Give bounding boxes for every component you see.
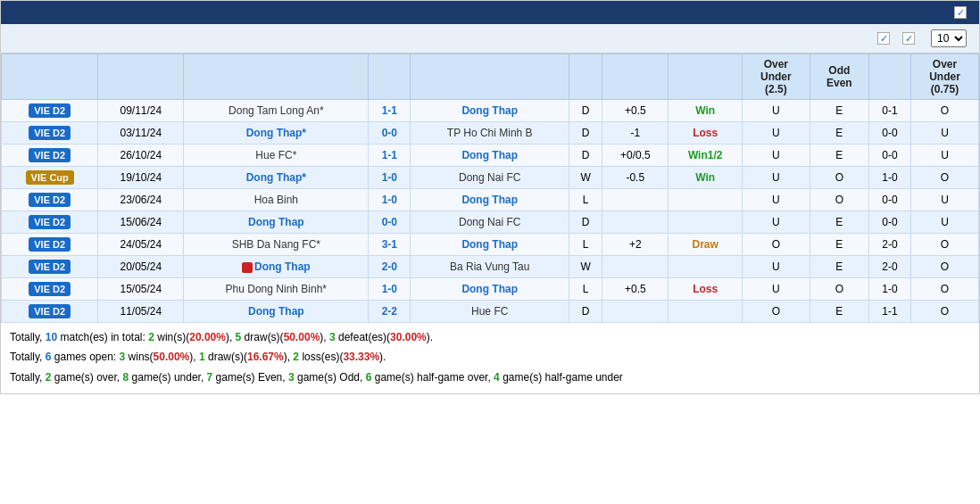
table-row: VIE D224/05/24SHB Da Nang FC*3-1Dong Tha…	[2, 234, 979, 256]
ou25-cell: U	[742, 211, 810, 234]
team2-name: Hue FC	[471, 305, 508, 318]
viecup-checkbox[interactable]: ✓	[902, 32, 915, 45]
team1-cell[interactable]: SHB Da Nang FC*	[184, 234, 369, 256]
result-link[interactable]: 1-1	[382, 104, 397, 117]
last-games-select[interactable]: 5 10 15 20	[931, 29, 967, 47]
result-link[interactable]: 1-0	[382, 194, 397, 206]
team1-cell[interactable]: Hue FC*	[184, 145, 369, 167]
league-cell[interactable]: VIE D2	[2, 301, 98, 323]
ou25-cell: U	[742, 256, 810, 278]
display-notes-checkbox[interactable]: ✓	[954, 6, 967, 19]
outcome-cell: L	[569, 234, 602, 256]
result-link[interactable]: 1-0	[382, 283, 397, 295]
result-link[interactable]: 2-0	[382, 260, 397, 273]
team1-cell[interactable]: Dong Thap	[184, 256, 369, 278]
odds-cell: Loss	[669, 122, 742, 145]
oe-cell: O	[810, 278, 868, 301]
table-row: VIE Cup19/10/24Dong Thap*1-0Dong Nai FCW…	[2, 167, 979, 189]
stat-part: 16.67%	[247, 351, 284, 363]
handicap-cell	[602, 211, 669, 234]
stat-part: game(s) Odd,	[295, 371, 366, 384]
team2-name: Ba Ria Vung Tau	[450, 260, 529, 273]
result-link[interactable]: 2-2	[382, 305, 397, 318]
result-link[interactable]: 1-1	[382, 149, 397, 161]
outcome-cell: D	[569, 145, 602, 167]
col-match	[2, 54, 98, 100]
display-notes-toggle[interactable]: ✓	[954, 6, 970, 19]
table-row: VIE D203/11/24Dong Thap*0-0TP Ho Chi Min…	[2, 122, 979, 145]
team2-cell[interactable]: Dong Thap	[411, 234, 569, 256]
vied2-checkbox[interactable]: ✓	[877, 32, 890, 45]
vied2-filter[interactable]: ✓	[877, 32, 893, 45]
team2-name: Dong Nai FC	[459, 216, 520, 228]
team1-cell[interactable]: Dong Thap	[184, 211, 369, 234]
stat-part: ).	[379, 351, 386, 363]
team2-cell[interactable]: Dong Nai FC	[411, 211, 569, 234]
odds-cell: Loss	[669, 278, 742, 301]
team1-cell[interactable]: Dong Tam Long An*	[184, 100, 369, 122]
footer-stats: Totally, 10 match(es) in total: 2 win(s)…	[1, 323, 979, 393]
team2-cell[interactable]: Dong Thap	[411, 100, 569, 122]
team2-cell[interactable]: Ba Ria Vung Tau	[411, 256, 569, 278]
league-cell[interactable]: VIE D2	[2, 189, 98, 211]
table-header-row: OverUnder(2.5) OddEven OverUnder(0.75)	[2, 54, 979, 100]
oe-cell: E	[810, 301, 868, 323]
league-cell[interactable]: VIE D2	[2, 256, 98, 278]
ou075-cell: U	[910, 211, 978, 234]
stat-part: ),	[284, 351, 294, 363]
result-cell[interactable]: 2-2	[369, 301, 411, 323]
odds-cell: Win	[669, 100, 742, 122]
team2-cell[interactable]: Dong Thap	[411, 145, 569, 167]
result-cell[interactable]: 1-0	[369, 278, 411, 301]
ht-cell: 1-1	[868, 301, 910, 323]
result-link[interactable]: 1-0	[382, 171, 397, 184]
league-badge: VIE D2	[29, 193, 71, 207]
team2-name: Dong Thap	[461, 238, 518, 251]
handicap-cell: +0.5	[602, 100, 669, 122]
league-cell[interactable]: VIE Cup	[2, 167, 98, 189]
league-cell[interactable]: VIE D2	[2, 278, 98, 301]
date-cell: 19/10/24	[98, 167, 184, 189]
result-cell[interactable]: 1-0	[369, 189, 411, 211]
result-cell[interactable]: 3-1	[369, 234, 411, 256]
league-badge: VIE D2	[29, 260, 71, 274]
stat-part: game(s) half-game under	[500, 371, 623, 384]
result-link[interactable]: 0-0	[382, 127, 397, 139]
team2-cell[interactable]: Hue FC	[411, 301, 569, 323]
league-cell[interactable]: VIE D2	[2, 122, 98, 145]
league-cell[interactable]: VIE D2	[2, 211, 98, 234]
result-cell[interactable]: 0-0	[369, 122, 411, 145]
result-cell[interactable]: 1-1	[369, 100, 411, 122]
ht-cell: 0-0	[868, 145, 910, 167]
team1-cell[interactable]: Phu Dong Ninh Binh*	[184, 278, 369, 301]
team1-cell[interactable]: Hoa Binh	[184, 189, 369, 211]
stat-part: game(s) over,	[51, 371, 122, 384]
stat-part: Totally,	[10, 351, 46, 363]
team1-cell[interactable]: Dong Thap	[184, 301, 369, 323]
team1-cell[interactable]: Dong Thap*	[184, 167, 369, 189]
result-cell[interactable]: 1-1	[369, 145, 411, 167]
result-link[interactable]: 3-1	[382, 238, 397, 251]
league-cell[interactable]: VIE D2	[2, 145, 98, 167]
result-cell[interactable]: 1-0	[369, 167, 411, 189]
odds-value: Win1/2	[688, 149, 723, 161]
team2-cell[interactable]: TP Ho Chi Minh B	[411, 122, 569, 145]
league-badge: VIE D2	[29, 282, 71, 296]
viecup-filter[interactable]: ✓	[902, 32, 918, 45]
date-cell: 15/06/24	[98, 211, 184, 234]
team1-cell[interactable]: Dong Thap*	[184, 122, 369, 145]
col-spacer	[569, 54, 602, 100]
team2-cell[interactable]: Dong Nai FC	[411, 167, 569, 189]
team2-cell[interactable]: Dong Thap	[411, 278, 569, 301]
league-cell[interactable]: VIE D2	[2, 100, 98, 122]
oe-cell: O	[810, 189, 868, 211]
result-link[interactable]: 0-0	[382, 216, 397, 228]
league-badge: VIE D2	[29, 148, 71, 162]
handicap-cell: +0.5	[602, 278, 669, 301]
league-cell[interactable]: VIE D2	[2, 234, 98, 256]
result-cell[interactable]: 0-0	[369, 211, 411, 234]
result-cell[interactable]: 2-0	[369, 256, 411, 278]
team2-cell[interactable]: Dong Thap	[411, 189, 569, 211]
header: ✓	[1, 1, 979, 24]
handicap-cell: +2	[602, 234, 669, 256]
